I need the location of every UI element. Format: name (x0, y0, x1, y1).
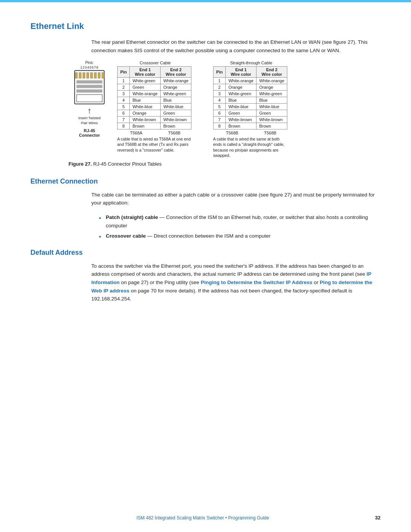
table-cell: 7 (118, 117, 130, 123)
stripe-3 (76, 89, 102, 93)
bullet-patch-bold: Patch (straight) cable (106, 214, 158, 220)
figure-27: Pins: 12345678 (68, 61, 381, 167)
crossover-col-end2: End 2Wire color (161, 67, 191, 78)
table-cell: White-blue (130, 104, 161, 110)
table-row: 1White-greenWhite-orange (118, 78, 191, 84)
table-cell: White-green (256, 91, 287, 97)
footer-page: 32 (375, 515, 381, 521)
table-cell: Green (256, 110, 287, 117)
table-row: 5White-blueWhite-blue (213, 104, 287, 110)
straight-cable-title: Straight-through Cable (213, 61, 289, 65)
table-row: 5White-blueWhite-blue (118, 104, 191, 110)
table-cell: 3 (118, 91, 130, 97)
table-row: 2OrangeOrange (213, 84, 287, 91)
table-cell: White-green (130, 78, 161, 84)
table-cell: 2 (213, 84, 226, 91)
crossover-t568b: T568B (163, 131, 186, 135)
table-row: 8BrownBrown (118, 123, 191, 129)
table-cell: 4 (118, 97, 130, 104)
table-row: 3White-greenWhite-green (213, 91, 287, 97)
figure-caption: Figure 27. RJ-45 Connector Pinout Tables (68, 161, 162, 167)
default-address-text-1: To access the switcher via the Ethernet … (91, 263, 366, 277)
table-cell: Orange (256, 84, 287, 91)
pin-4 (86, 72, 89, 78)
table-cell: White-orange (130, 91, 161, 97)
default-address-title: Default Address (30, 249, 381, 257)
table-cell: White-brown (226, 117, 256, 123)
table-cell: Brown (226, 123, 256, 129)
table-cell: Brown (161, 123, 191, 129)
table-cell: White-blue (226, 104, 256, 110)
table-cell: Green (130, 84, 161, 91)
slot-rect (76, 94, 102, 102)
ethernet-link-title: Ethernet Link (30, 21, 381, 31)
table-cell: Brown (256, 123, 287, 129)
table-cell: Blue (130, 97, 161, 104)
table-row: 2GreenOrange (118, 84, 191, 91)
table-cell: 4 (213, 97, 226, 104)
table-cell: 2 (118, 84, 130, 91)
straight-caption: A cable that is wired the same at both e… (213, 136, 289, 158)
pin-8 (102, 72, 104, 78)
table-row: 1White-orangeWhite-orange (213, 78, 287, 84)
table-cell: 8 (213, 123, 226, 129)
crossover-table: Pin End 1Wire color End 2Wire color 1Whi… (117, 66, 191, 129)
table-cell: White-orange (226, 78, 256, 84)
default-address-text-3: or (312, 280, 320, 285)
pin-1 (75, 72, 78, 78)
table-cell: Blue (256, 97, 287, 104)
table-cell: White-blue (161, 104, 191, 110)
pins-label: Pins: (85, 61, 94, 65)
straight-col-end2: End 2Wire color (256, 67, 287, 78)
ethernet-connection-bullets: Patch (straight) cable — Connection of t… (99, 213, 381, 240)
ethernet-link-intro: The rear panel Ethernet connector on the… (91, 38, 381, 54)
pins-row (75, 72, 104, 78)
table-cell: Green (226, 110, 256, 117)
pin-5 (90, 72, 93, 78)
table-row: 8BrownBrown (213, 123, 287, 129)
figure-caption-bold: Figure 27. (68, 161, 92, 167)
rj45-diagram: Pins: 12345678 (68, 61, 110, 137)
table-cell: 1 (213, 78, 226, 84)
footer-text: ISM 482 Integrated Scaling Matrix Switch… (30, 515, 375, 521)
table-cell: White-orange (161, 78, 191, 84)
table-cell: 7 (213, 117, 226, 123)
straight-col-end1: End 1Wire color (226, 67, 256, 78)
pin-3 (83, 72, 85, 78)
table-row: 6GreenGreen (213, 110, 287, 117)
crossover-cable-title: Crossover Cable (117, 61, 193, 65)
crossover-t568a: T568A (125, 131, 148, 135)
table-cell: 8 (118, 123, 130, 129)
pin-6 (94, 72, 97, 78)
table-cell: Orange (226, 84, 256, 91)
table-cell: Orange (161, 84, 191, 91)
bullet-crossover-text: — Direct connection between the ISM and … (147, 233, 271, 239)
pin-7 (98, 72, 100, 78)
table-cell: White-brown (161, 117, 191, 123)
table-row: 3White-orangeWhite-green (118, 91, 191, 97)
table-cell: 6 (213, 110, 226, 117)
pin-2 (79, 72, 81, 78)
table-cell: White-green (226, 91, 256, 97)
figure-caption-text: RJ-45 Connector Pinout Tables (93, 161, 162, 167)
table-cell: White-brown (130, 117, 161, 123)
connector-body (74, 70, 105, 104)
footer: ISM 482 Integrated Scaling Matrix Switch… (0, 515, 411, 521)
table-cell: 5 (118, 104, 130, 110)
table-cell: White-brown (256, 117, 287, 123)
straight-cable-group: Straight-through Cable Pin End 1Wire col… (213, 61, 289, 158)
table-cell: Blue (226, 97, 256, 104)
table-row: 7White-brownWhite-brown (213, 117, 287, 123)
crossover-t568-labels: T568A T568B (117, 131, 193, 135)
table-row: 6OrangeGreen (118, 110, 191, 117)
table-cell: 6 (118, 110, 130, 117)
crossover-col-pin: Pin (118, 67, 130, 78)
crossover-cable-group: Crossover Cable Pin End 1Wire color End … (117, 61, 193, 153)
default-address-text-2: on page 27) or the Ping utility (see (119, 280, 201, 285)
bullet-crossover: Crossover cable — Direct connection betw… (99, 232, 381, 240)
straight-t568b1: T568B (221, 131, 244, 135)
table-cell: Green (161, 110, 191, 117)
table-cell: 1 (118, 78, 130, 84)
pinging-link[interactable]: Pinging to Determine the Switcher IP Add… (201, 280, 312, 285)
footer-product: ISM 482 Integrated Scaling Matrix Switch… (137, 515, 269, 521)
